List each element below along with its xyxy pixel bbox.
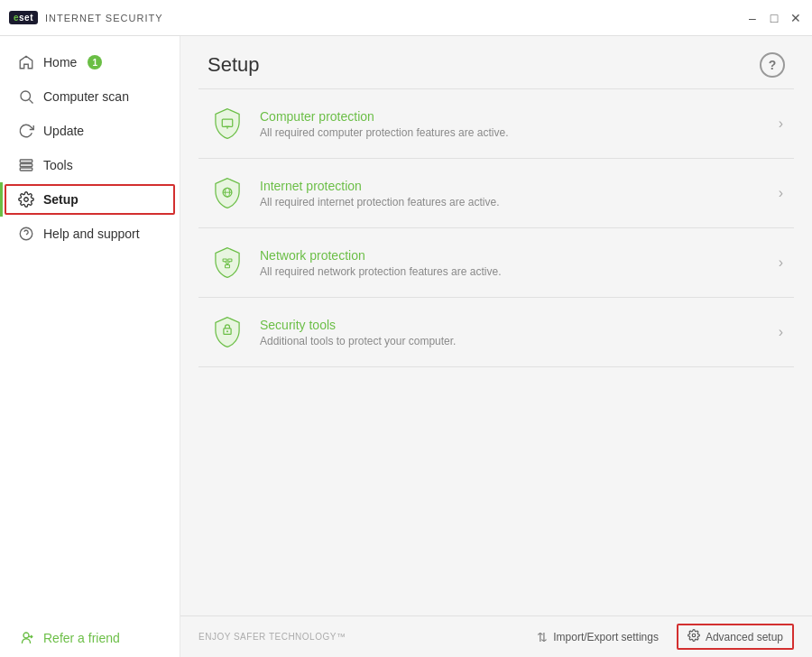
import-export-icon: ⇅ [537,630,548,644]
sidebar: Home 1 Computer scan Update [0,36,180,657]
setup-item-network-desc: All required network protection features… [260,265,764,278]
setup-item-internet-title: Internet protection [260,179,764,193]
svg-rect-4 [20,168,32,171]
shield-internet-icon [209,175,245,211]
home-badge: 1 [88,55,102,69]
sidebar-item-scan-label: Computer scan [43,89,129,104]
refer-friend-label: Refer a friend [43,631,120,645]
app-name: INTERNET SECURITY [45,13,162,23]
update-icon [18,123,34,139]
svg-rect-3 [20,164,32,167]
svg-line-1 [29,99,32,103]
scan-icon [18,88,34,105]
maximize-button[interactable]: □ [767,11,781,25]
sidebar-item-setup-label: Setup [43,192,78,207]
setup-item-internet-text: Internet protection All required interne… [260,179,764,208]
setup-icon [18,191,34,208]
svg-point-23 [226,330,228,332]
shield-computer-icon [209,106,245,142]
internet-protection-arrow-icon: › [779,185,783,201]
refer-friend-item[interactable]: Refer a friend [0,619,180,657]
sidebar-item-help-label: Help and support [43,227,140,241]
sidebar-item-home[interactable]: Home 1 [0,45,180,79]
svg-point-6 [20,227,32,240]
page-title: Setup [208,53,260,77]
setup-item-security-title: Security tools [260,318,764,332]
sidebar-item-update[interactable]: Update [0,114,180,148]
sidebar-item-tools-label: Tools [43,158,73,172]
setup-item-network-title: Network protection [260,248,764,263]
setup-item-computer-desc: All required computer protection feature… [260,126,764,139]
advanced-setup-button[interactable]: Advanced setup [677,624,794,650]
bottom-bar: ENJOY SAFER TECHNOLOGY™ ⇅ Import/Export … [180,615,812,657]
svg-point-8 [23,633,29,638]
close-button[interactable]: ✕ [789,11,803,25]
main-layout: Home 1 Computer scan Update [0,36,812,657]
eset-badge: eset [9,11,38,24]
bottom-actions: ⇅ Import/Export settings Advanced setup [526,624,794,650]
svg-point-0 [21,91,31,101]
titlebar: eset INTERNET SECURITY – □ ✕ [0,0,812,36]
sidebar-item-setup[interactable]: Setup [0,182,180,217]
setup-item-security-text: Security tools Additional tools to prote… [260,318,764,347]
sidebar-spacer [0,251,180,619]
setup-item-network-protection[interactable]: Network protection All required network … [198,228,794,298]
refer-icon [18,630,34,646]
enjoy-text: ENJOY SAFER TECHNOLOGY™ [198,632,346,642]
setup-item-security-desc: Additional tools to protect your compute… [260,335,764,347]
help-circle-icon [18,226,34,242]
svg-rect-2 [20,160,32,162]
advanced-setup-label: Advanced setup [706,631,783,643]
sidebar-item-computer-scan[interactable]: Computer scan [0,79,180,114]
setup-item-network-text: Network protection All required network … [260,248,764,278]
content-header: Setup ? [180,36,812,88]
sidebar-item-update-label: Update [43,124,84,138]
titlebar-left: eset INTERNET SECURITY [9,11,163,24]
setup-item-internet-desc: All required internet protection feature… [260,196,764,208]
import-export-button[interactable]: ⇅ Import/Export settings [526,625,669,650]
content-area: Setup ? Computer protection All required… [180,36,812,657]
sidebar-item-home-label: Home [43,55,77,69]
help-button[interactable]: ? [760,52,785,78]
shield-security-icon [209,314,245,350]
import-export-label: Import/Export settings [553,631,659,643]
computer-protection-arrow-icon: › [779,116,783,132]
security-tools-arrow-icon: › [779,324,783,340]
tools-icon [18,157,34,173]
svg-point-24 [692,634,696,637]
setup-list: Computer protection All required compute… [180,88,812,615]
shield-network-icon [209,245,245,281]
advanced-setup-gear-icon [687,629,700,644]
setup-item-internet-protection[interactable]: Internet protection All required interne… [198,159,794,228]
sidebar-item-tools[interactable]: Tools [0,148,180,182]
svg-point-5 [24,198,29,202]
minimize-button[interactable]: – [745,11,760,25]
setup-item-security-tools[interactable]: Security tools Additional tools to prote… [198,298,794,367]
setup-item-computer-text: Computer protection All required compute… [260,109,764,139]
home-icon [18,54,34,70]
eset-logo: eset [9,11,38,24]
network-protection-arrow-icon: › [779,254,783,271]
titlebar-controls: – □ ✕ [745,11,803,25]
setup-item-computer-protection[interactable]: Computer protection All required compute… [198,88,794,159]
setup-item-computer-title: Computer protection [260,109,764,124]
sidebar-item-help[interactable]: Help and support [0,217,180,251]
